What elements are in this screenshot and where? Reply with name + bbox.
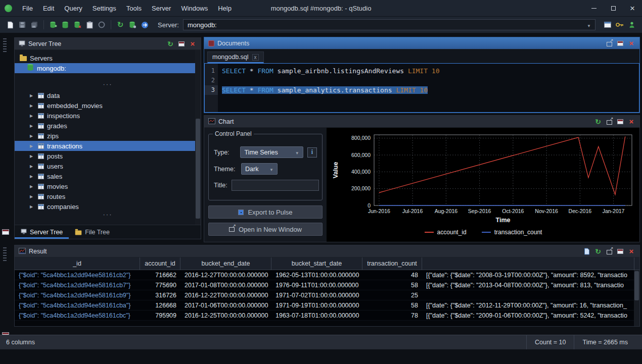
maximize-button[interactable]	[604, 0, 623, 17]
column-header-_id[interactable]: _id	[15, 257, 140, 270]
expand-arrow-icon[interactable]	[30, 134, 35, 138]
tab-server-tree[interactable]: Server Tree	[15, 225, 69, 239]
code-area[interactable]: SELECT * FROM sample_airbnb.listingsAndR…	[218, 64, 639, 112]
menu-settings[interactable]: Settings	[87, 5, 121, 12]
add-user-icon[interactable]	[626, 19, 637, 30]
menu-help[interactable]: Help	[213, 5, 237, 12]
tree-item-transactions[interactable]: transactions	[15, 141, 201, 151]
code-line[interactable]: SELECT * FROM sample_analytics.transacti…	[218, 85, 639, 95]
expand-arrow-icon[interactable]	[30, 174, 35, 179]
popout-icon[interactable]	[605, 39, 613, 47]
tree-item-data[interactable]: data	[15, 90, 201, 100]
server-combo[interactable]: mongodb:	[183, 19, 595, 30]
new-file-icon[interactable]	[5, 19, 16, 30]
splitter-handle[interactable]	[15, 81, 201, 86]
expand-arrow-icon[interactable]	[30, 144, 35, 148]
minimize-button[interactable]	[584, 0, 604, 17]
expand-arrow-icon[interactable]	[30, 194, 35, 199]
tree-item-embedded_movies[interactable]: embedded_movies	[15, 100, 201, 111]
menu-query[interactable]: Query	[59, 5, 87, 12]
code-line[interactable]	[218, 76, 639, 85]
window-icon[interactable]	[177, 40, 186, 48]
expand-arrow-icon[interactable]	[30, 103, 35, 108]
tree-item-inspections[interactable]: inspections	[15, 111, 201, 121]
tree-item-zips[interactable]: zips	[15, 131, 201, 141]
chart-theme-select[interactable]: Dark	[241, 163, 278, 175]
connect-server-icon[interactable]	[139, 19, 150, 30]
table-row[interactable]: {"$oid": "5ca4bbc1a2dd94ee58161cb2"}7166…	[15, 270, 639, 280]
menu-windows[interactable]: Windows	[176, 5, 213, 12]
copy-server-icon[interactable]	[60, 19, 71, 30]
menu-file[interactable]: File	[17, 5, 38, 12]
close-icon[interactable]	[189, 40, 197, 48]
menu-tools[interactable]: Tools	[121, 5, 147, 12]
tree-item-posts[interactable]: posts	[15, 151, 201, 161]
menu-server[interactable]: Server	[147, 5, 176, 12]
table-row[interactable]: {"$oid": "5ca4bbc1a2dd94ee58161cbc"}7959…	[15, 310, 639, 321]
expand-arrow-icon[interactable]	[30, 164, 35, 169]
table-row[interactable]: {"$oid": "5ca4bbc1a2dd94ee58161cba"}1266…	[15, 300, 639, 310]
tree-item-users[interactable]: users	[15, 161, 201, 171]
column-header-transaction_count[interactable]: transaction_count	[362, 257, 422, 270]
table-row[interactable]: {"$oid": "5ca4bbc1a2dd94ee58161cb7"}7756…	[15, 280, 639, 290]
open-in-new-window-button[interactable]: Open in New Window	[208, 223, 323, 236]
tree-item-grades[interactable]: grades	[15, 121, 201, 131]
expand-arrow-icon[interactable]	[30, 124, 35, 128]
popout-icon[interactable]	[605, 247, 613, 255]
window-icon[interactable]	[616, 247, 624, 255]
remove-server-icon[interactable]	[72, 19, 83, 30]
save-icon[interactable]	[17, 19, 28, 30]
docked-panel-icon[interactable]	[2, 229, 9, 235]
export-to-pulse-button[interactable]: Export to Pulse	[208, 205, 323, 219]
expand-arrow-icon[interactable]	[30, 93, 35, 98]
column-header-bucket_end_date[interactable]: bucket_end_date	[180, 257, 271, 270]
column-header-account_id[interactable]: account_id	[140, 257, 180, 270]
server-settings-icon[interactable]	[127, 19, 138, 30]
info-icon[interactable]: i	[307, 147, 317, 158]
tab-file-tree[interactable]: File Tree	[69, 225, 116, 239]
paste-icon[interactable]	[84, 19, 95, 30]
menu-edit[interactable]: Edit	[38, 5, 59, 12]
dock-grip-handle[interactable]	[3, 38, 7, 54]
expand-arrow-icon[interactable]	[30, 114, 35, 118]
dock-grip-handle[interactable]	[3, 247, 7, 263]
popout-icon[interactable]	[605, 118, 613, 126]
scrollbar-thumb[interactable]	[196, 119, 200, 219]
chart-title-input[interactable]	[232, 180, 319, 191]
tree-scrollbar[interactable]	[195, 50, 201, 225]
close-tab-icon[interactable]: x	[252, 54, 259, 61]
result-scrollbar[interactable]	[634, 270, 639, 326]
window-icon[interactable]	[616, 118, 624, 126]
close-icon[interactable]	[627, 39, 635, 47]
tree-node-servers[interactable]: Servers	[15, 53, 201, 63]
expand-arrow-icon[interactable]	[30, 154, 35, 159]
tree-node-mongodb[interactable]: mongodb:	[15, 63, 201, 73]
sql-editor[interactable]: 123 SELECT * FROM sample_airbnb.listings…	[204, 63, 639, 113]
stop-icon[interactable]	[96, 19, 107, 30]
column-header-transactions[interactable]	[422, 257, 634, 270]
new-window-icon[interactable]	[602, 19, 613, 30]
chart-type-select[interactable]: Time Series	[240, 146, 303, 158]
refresh-icon[interactable]	[594, 118, 602, 126]
code-line[interactable]: SELECT * FROM sample_airbnb.listingsAndR…	[218, 66, 639, 76]
splitter-handle[interactable]	[15, 212, 201, 217]
refresh-icon[interactable]	[594, 247, 602, 255]
tab-mongodb-sql[interactable]: mongodb.sql x	[207, 51, 264, 63]
refresh-icon[interactable]	[166, 40, 174, 48]
tree-item-sales[interactable]: sales	[15, 171, 201, 181]
close-icon[interactable]	[627, 118, 635, 126]
save-all-icon[interactable]	[29, 19, 40, 30]
license-key-icon[interactable]	[614, 19, 625, 30]
tree-item-routes[interactable]: routes	[15, 191, 201, 201]
window-icon[interactable]	[616, 39, 624, 47]
expand-arrow-icon[interactable]	[30, 204, 35, 209]
expand-arrow-icon[interactable]	[30, 184, 35, 189]
tree-item-movies[interactable]: movies	[15, 181, 201, 191]
column-header-bucket_start_date[interactable]: bucket_start_date	[271, 257, 362, 270]
export-result-icon[interactable]	[583, 247, 591, 255]
refresh-server-icon[interactable]	[115, 19, 126, 30]
close-icon[interactable]	[627, 247, 635, 255]
scrollbar-thumb[interactable]	[634, 271, 639, 300]
table-row[interactable]: {"$oid": "5ca4bbc1a2dd94ee58161cb9"}3167…	[15, 290, 639, 300]
close-button[interactable]	[623, 0, 642, 17]
